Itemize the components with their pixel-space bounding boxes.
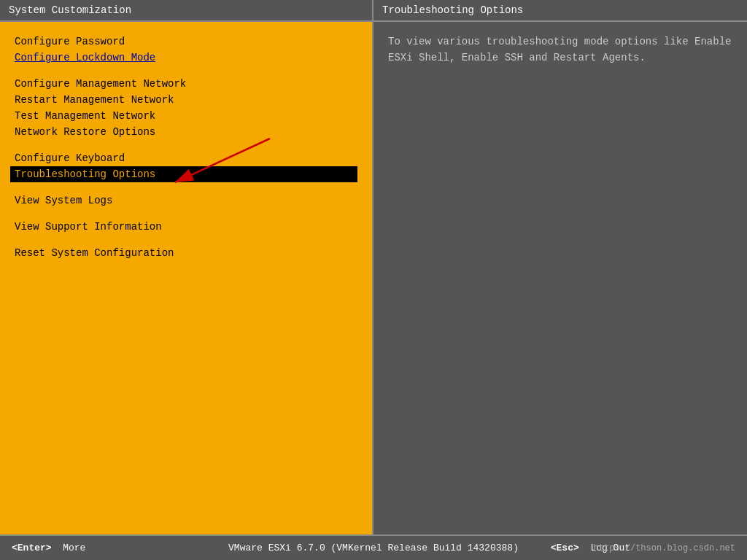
url-watermark: https://thson.blog.csdn.net: [594, 543, 735, 553]
menu-item-configure-lockdown[interactable]: Configure Lockdown Mode: [15, 50, 357, 66]
header-right-title: Troubleshooting Options: [374, 0, 747, 20]
main-content: Configure Password Configure Lockdown Mo…: [0, 22, 747, 534]
menu-item-reset-config[interactable]: Reset System Configuration: [15, 245, 357, 261]
right-panel-description: To view various troubleshooting mode opt…: [388, 34, 732, 66]
spacer-3: [15, 182, 357, 192]
bottom-left-hints: <Enter> More: [0, 542, 85, 553]
header-left-title: System Customization: [0, 0, 374, 20]
system-customization-title: System Customization: [9, 4, 131, 16]
screen: System Customization Troubleshooting Opt…: [0, 0, 747, 560]
troubleshooting-options-title: Troubleshooting Options: [382, 4, 523, 16]
spacer-2: [15, 140, 357, 150]
menu-item-test-management[interactable]: Test Management Network: [15, 108, 357, 124]
menu-item-view-support[interactable]: View Support Information: [15, 219, 357, 235]
menu-item-network-restore[interactable]: Network Restore Options: [15, 124, 357, 140]
enter-hint[interactable]: <Enter> More: [12, 542, 85, 553]
menu-item-configure-management[interactable]: Configure Management Network: [15, 76, 357, 92]
left-panel: Configure Password Configure Lockdown Mo…: [0, 22, 374, 534]
bottom-bar: <Enter> More VMware ESXi 6.7.0 (VMKernel…: [0, 534, 747, 560]
spacer-4: [15, 209, 357, 219]
menu-item-configure-keyboard[interactable]: Configure Keyboard: [15, 150, 357, 166]
menu-item-configure-password[interactable]: Configure Password: [15, 34, 357, 50]
spacer-1: [15, 66, 357, 76]
menu-item-restart-management[interactable]: Restart Management Network: [15, 92, 357, 108]
version-info: VMware ESXi 6.7.0 (VMKernel Release Buil…: [228, 542, 519, 553]
right-panel: To view various troubleshooting mode opt…: [374, 22, 747, 534]
spacer-5: [15, 235, 357, 245]
menu-item-view-logs[interactable]: View System Logs: [15, 192, 357, 209]
menu-item-troubleshooting[interactable]: Troubleshooting Options: [10, 166, 357, 182]
header-bar: System Customization Troubleshooting Opt…: [0, 0, 747, 22]
